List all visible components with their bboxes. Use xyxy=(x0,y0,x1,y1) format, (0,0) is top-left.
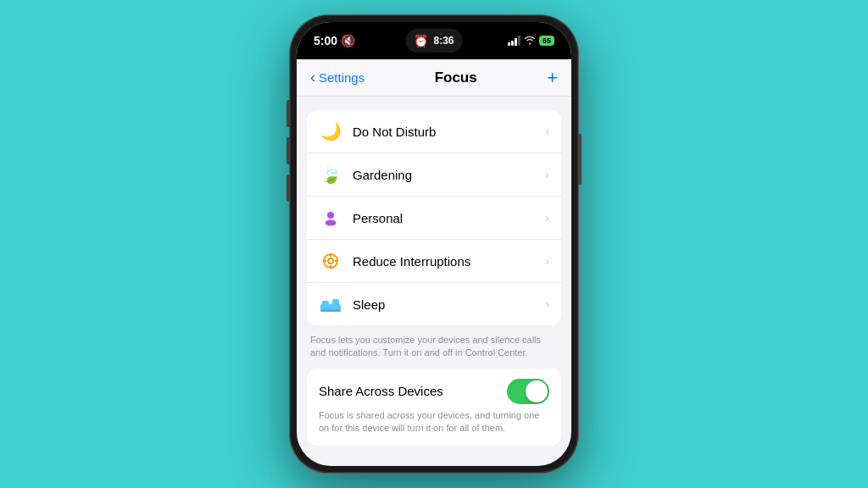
mute-icon: 🔇 xyxy=(341,34,355,47)
personal-icon xyxy=(319,206,342,230)
sleep-chevron-icon: › xyxy=(545,297,549,311)
add-button[interactable]: + xyxy=(547,69,558,87)
phone-frame: 5:00 🔇 ⏰ 8:36 65 ‹ xyxy=(290,15,578,473)
svg-rect-11 xyxy=(320,309,341,312)
focus-item-dnd[interactable]: 🌙 Do Not Disturb › xyxy=(307,110,561,153)
sleep-icon xyxy=(319,292,342,316)
sleep-label: Sleep xyxy=(353,297,535,312)
focus-description: Focus lets you customize your devices an… xyxy=(307,330,561,363)
dnd-label: Do Not Disturb xyxy=(353,125,535,139)
reduce-interruptions-icon xyxy=(319,249,342,273)
signal-bars-icon xyxy=(508,36,520,46)
status-bar-right: 65 xyxy=(508,35,554,47)
focus-item-reduce-interruptions[interactable]: Reduce Interruptions › xyxy=(307,240,561,283)
svg-point-3 xyxy=(328,258,333,263)
back-button[interactable]: ‹ Settings xyxy=(310,70,364,85)
phone-screen: 5:00 🔇 ⏰ 8:36 65 ‹ xyxy=(297,22,571,466)
toggle-knob xyxy=(526,380,548,402)
gardening-chevron-icon: › xyxy=(545,168,549,181)
reduce-interruptions-chevron-icon: › xyxy=(545,254,549,268)
focus-item-gardening[interactable]: 🍃 Gardening › xyxy=(307,153,561,197)
reduce-interruptions-label: Reduce Interruptions xyxy=(353,254,535,269)
dnd-icon: 🌙 xyxy=(319,119,342,143)
status-bar-left: 5:00 🔇 xyxy=(314,34,355,47)
dynamic-island: ⏰ 8:36 xyxy=(405,29,462,53)
back-chevron-icon: ‹ xyxy=(310,69,315,85)
focus-list: 🌙 Do Not Disturb › 🍃 Gardening › xyxy=(307,110,561,325)
focus-item-sleep[interactable]: Sleep › xyxy=(307,283,561,325)
share-devices-label: Share Across Devices xyxy=(319,384,443,398)
back-label: Settings xyxy=(319,70,364,85)
share-devices-toggle[interactable] xyxy=(507,379,549,404)
svg-rect-9 xyxy=(322,301,329,306)
svg-point-0 xyxy=(327,212,334,219)
content-area: 🌙 Do Not Disturb › 🍃 Gardening › xyxy=(297,97,571,466)
status-time: 5:00 xyxy=(314,34,337,47)
share-devices-section: Share Across Devices Focus is shared acr… xyxy=(307,369,561,446)
gardening-label: Gardening xyxy=(353,168,535,182)
page-title: Focus xyxy=(435,69,477,86)
wifi-icon xyxy=(524,35,536,47)
nav-bar: ‹ Settings Focus + xyxy=(297,59,571,97)
svg-rect-10 xyxy=(332,299,339,306)
status-bar: 5:00 🔇 ⏰ 8:36 65 xyxy=(297,22,571,59)
gardening-icon: 🍃 xyxy=(319,163,342,186)
personal-chevron-icon: › xyxy=(545,211,549,225)
svg-point-1 xyxy=(326,220,337,226)
dnd-chevron-icon: › xyxy=(545,125,549,138)
battery-level: 65 xyxy=(539,36,554,46)
alarm-icon: ⏰ xyxy=(414,34,428,47)
personal-label: Personal xyxy=(353,211,535,225)
dynamic-island-time: 8:36 xyxy=(433,35,453,47)
focus-item-personal[interactable]: Personal › xyxy=(307,197,561,240)
share-devices-note: Focus is shared across your devices, and… xyxy=(319,409,549,435)
toggle-row: Share Across Devices xyxy=(319,379,549,404)
